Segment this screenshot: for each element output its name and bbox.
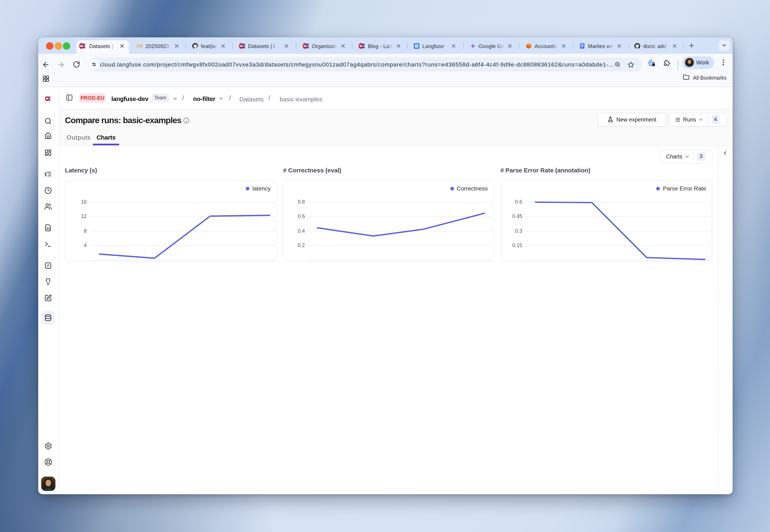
- svg-text:6: 6: [416, 44, 417, 47]
- svg-text:CO: CO: [137, 44, 143, 48]
